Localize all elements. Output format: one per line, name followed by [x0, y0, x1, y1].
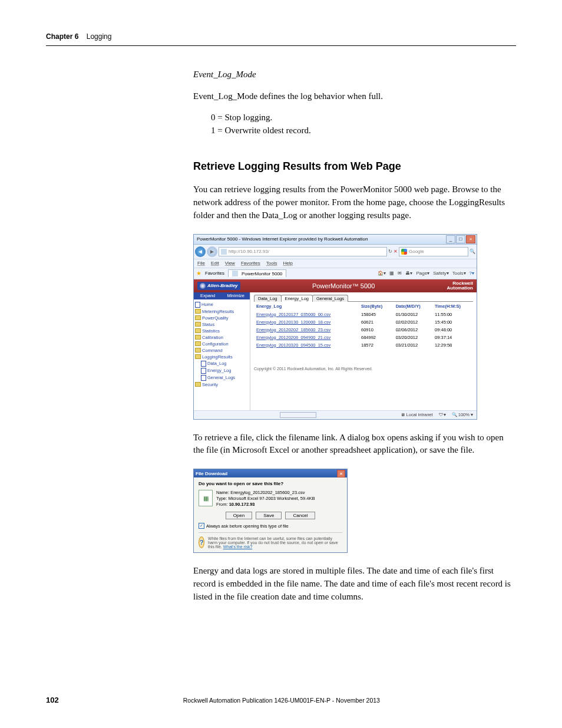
favorites-star-icon[interactable]: ★ [196, 270, 201, 276]
protected-mode-icon: 🛡▾ [439, 412, 446, 417]
save-button[interactable]: Save [256, 512, 282, 519]
product-title: PowerMonitor™ 5000 [312, 282, 375, 289]
always-ask-checkbox[interactable]: ✓ [199, 523, 204, 529]
risk-link[interactable]: What's the risk? [223, 545, 253, 549]
folder-icon [195, 322, 201, 327]
feeds-icon[interactable]: ▦ [389, 271, 394, 276]
folder-icon [195, 309, 201, 314]
menu-bar: File Edit View Favorites Tools Help [194, 259, 477, 268]
publication-info: Rockwell Automation Publication 1426-UM0… [183, 697, 380, 704]
table-row: Energylog_20120130_120000_18.csv6062102/… [254, 318, 473, 326]
favorites-label[interactable]: Favorites [205, 271, 224, 276]
search-box[interactable]: Google [399, 247, 468, 256]
safety-menu[interactable]: Safety▾ [433, 271, 449, 276]
folder-icon [195, 335, 201, 340]
tab-energy-log[interactable]: Energy_Log [281, 295, 313, 302]
file-link[interactable]: Energylog_20120320_094500_15.csv [256, 342, 330, 348]
page-menu[interactable]: Page▾ [416, 271, 429, 276]
warning-icon: ? [199, 536, 204, 548]
file-link[interactable]: Energylog_20120127_035000_00.csv [256, 312, 330, 317]
tree-child[interactable]: Energy_Log [201, 367, 249, 374]
menu-favorites[interactable]: Favorites [241, 261, 260, 266]
dialog-titlebar: File Download × [194, 469, 347, 477]
folder-icon [195, 382, 201, 387]
allen-bradley-logo: Allen-Bradley [197, 282, 240, 290]
page-footer: 102 Rockwell Automation Publication 1426… [46, 696, 516, 704]
rockwell-logo: RockwellAutomation [447, 281, 473, 291]
dialog-screenshot: File Download × Do you want to open or s… [193, 469, 516, 553]
table-row: Energylog_20120320_094500_15.csv1857203/… [254, 341, 473, 349]
refresh-icon[interactable]: ↻ [388, 249, 392, 254]
address-bar[interactable]: http://10.90.172.93/ [219, 247, 387, 256]
dialog-question: Do you want to open or save this file? [199, 481, 342, 486]
search-go-icon[interactable]: 🔍 [470, 249, 475, 254]
folder-icon [195, 354, 201, 359]
menu-file[interactable]: File [197, 261, 205, 266]
google-icon [401, 249, 407, 255]
tree-item[interactable]: Calibration [195, 334, 249, 341]
menu-help[interactable]: Help [283, 261, 292, 266]
help-icon[interactable]: ?▾ [470, 271, 474, 276]
table-row: Energylog_20120202_185600_23.csv6091002/… [254, 326, 473, 334]
tree-item[interactable]: Status [195, 321, 249, 328]
maximize-button[interactable]: □ [456, 235, 465, 243]
zoom-level[interactable]: 🔍 100% ▾ [452, 412, 473, 417]
file-link[interactable]: Energylog_20120130_120000_18.csv [256, 319, 330, 325]
tab-favicon [232, 271, 238, 276]
tree-item[interactable]: Statistics [195, 328, 249, 334]
minimize-button[interactable]: Minimize [222, 292, 250, 299]
menu-view[interactable]: View [225, 261, 235, 266]
file-type-icon: ▦ [199, 490, 213, 506]
close-button[interactable]: × [466, 235, 475, 243]
header-rule [46, 45, 516, 46]
copyright-text: Copyright © 2011 Rockwell Automation, In… [254, 367, 473, 371]
open-button[interactable]: Open [226, 512, 253, 519]
expand-button[interactable]: Expand [194, 292, 222, 299]
tree-item[interactable]: Command [195, 347, 249, 354]
tree-item[interactable]: MeteringResults [195, 308, 249, 315]
tree-item[interactable]: LoggingResults [195, 354, 249, 360]
col-header: Time(H:M:S) [432, 301, 473, 311]
page-icon [201, 375, 206, 381]
section-heading: Retrieve Logging Results from Web Page [193, 160, 516, 173]
page-icon [201, 361, 206, 367]
tree-child[interactable]: Data_Log [201, 360, 249, 367]
progress-bar [280, 412, 316, 418]
tab-data-log[interactable]: Data_Log [254, 295, 282, 302]
body-paragraph: Energy and data logs are stored in multi… [193, 565, 516, 603]
product-banner: Allen-Bradley PowerMonitor™ 5000 Rockwel… [194, 279, 477, 292]
tab-general-logs[interactable]: General_Logs [312, 295, 348, 302]
log-table: Energy_Log Size(Byte) Date(M/D/Y) Time(H… [254, 301, 473, 349]
minimize-button[interactable]: _ [446, 235, 455, 243]
always-ask-label: Always ask before opening this type of f… [206, 523, 289, 529]
stop-icon[interactable]: ✕ [394, 249, 398, 254]
menu-edit[interactable]: Edit [211, 261, 219, 266]
col-header: Energy_Log [254, 301, 359, 311]
table-row: Energylog_20120127_035000_00.csv15804501… [254, 311, 473, 318]
subsection-heading: Event_Log_Mode [193, 70, 516, 80]
mail-icon[interactable]: ✉ [398, 271, 402, 276]
folder-icon [195, 348, 201, 353]
nav-sidebar: Expand Minimize Home MeteringResults Pow… [194, 292, 250, 410]
dialog-close-button[interactable]: × [337, 470, 345, 477]
tools-menu[interactable]: Tools▾ [452, 271, 466, 276]
back-button[interactable]: ◄ [195, 246, 206, 257]
tree-child[interactable]: General_Logs [201, 374, 249, 381]
tree-item[interactable]: Configuration [195, 341, 249, 347]
print-icon[interactable]: 🖶▾ [405, 271, 412, 276]
body-paragraph: Event_Log_Mode defines the log behavior … [193, 90, 516, 103]
forward-button[interactable]: ► [207, 246, 217, 257]
warning-text: While files from the Internet can be use… [208, 536, 342, 549]
menu-tools[interactable]: Tools [266, 261, 277, 266]
running-header: Chapter 6 Logging [46, 32, 516, 41]
cancel-button[interactable]: Cancel [285, 512, 315, 519]
file-link[interactable]: Energylog_20120206_094900_21.csv [256, 335, 330, 340]
file-link[interactable]: Energylog_20120202_185600_23.csv [256, 327, 330, 332]
browser-tab[interactable]: PowerMonitor 5000 [228, 269, 286, 277]
tree-item[interactable]: PowerQuality [195, 315, 249, 321]
command-bar: 🏠▾ ▦ ✉ 🖶▾ Page▾ Safety▾ Tools▾ ?▾ [378, 271, 474, 276]
tree-home[interactable]: Home [195, 301, 249, 308]
tree-item[interactable]: Security [195, 381, 249, 388]
home-icon[interactable]: 🏠▾ [378, 271, 386, 276]
option-line: 0 = Stop logging. [211, 111, 516, 124]
